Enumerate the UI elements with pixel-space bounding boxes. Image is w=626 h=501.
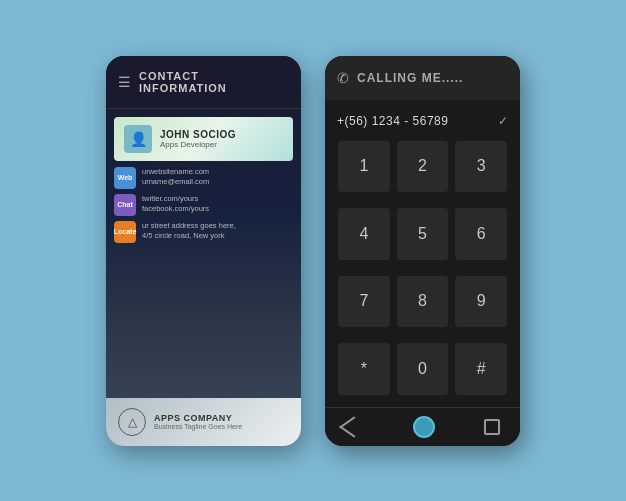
chat-info-row: Chat twitter.com/yoursfacebook.com/yours <box>114 194 293 216</box>
company-logo: △ <box>118 408 146 436</box>
chat-badge: Chat <box>114 194 136 216</box>
locate-info-row: Locate ur street address goes here,4/5 c… <box>114 221 293 243</box>
dial-8[interactable]: 8 <box>397 276 449 328</box>
company-text: APPS COMPANY Business Tagline Goes Here <box>154 413 242 430</box>
dial-9[interactable]: 9 <box>455 276 507 328</box>
contact-phone: ☰ CONTACT INFORMATION 👤 JOHN SOCIOG Apps… <box>106 56 301 446</box>
info-section: Web urwebsitename.comurname@email.com Ch… <box>106 167 301 398</box>
logo-letter: △ <box>128 415 137 429</box>
dial-hash[interactable]: # <box>455 343 507 395</box>
check-icon: ✓ <box>498 114 508 128</box>
dial-0[interactable]: 0 <box>397 343 449 395</box>
profile-job-title: Apps Developer <box>160 140 236 149</box>
dialer-header: ✆ CALLING ME..... <box>325 56 520 100</box>
dial-2[interactable]: 2 <box>397 141 449 193</box>
dial-5[interactable]: 5 <box>397 208 449 260</box>
person-icon: 👤 <box>130 131 147 147</box>
number-row: +(56) 1234 - 56789 ✓ <box>325 100 520 138</box>
phone-icon: ✆ <box>337 70 349 86</box>
dial-1[interactable]: 1 <box>338 141 390 193</box>
dialer-phone: ✆ CALLING ME..... +(56) 1234 - 56789 ✓ 1… <box>325 56 520 446</box>
back-button[interactable] <box>339 416 369 437</box>
company-name: APPS COMPANY <box>154 413 242 423</box>
recents-button[interactable] <box>484 419 500 435</box>
menu-icon: ☰ <box>118 75 131 89</box>
avatar: 👤 <box>124 125 152 153</box>
locate-info-text: ur street address goes here,4/5 circle r… <box>142 221 236 242</box>
company-tagline: Business Tagline Goes Here <box>154 423 242 430</box>
dialer-title: CALLING ME..... <box>357 71 463 85</box>
dial-7[interactable]: 7 <box>338 276 390 328</box>
dial-4[interactable]: 4 <box>338 208 390 260</box>
home-button[interactable] <box>413 416 435 438</box>
bottom-nav <box>325 407 520 446</box>
contact-header: ☰ CONTACT INFORMATION <box>106 56 301 109</box>
dial-3[interactable]: 3 <box>455 141 507 193</box>
web-badge: Web <box>114 167 136 189</box>
profile-name: JOHN SOCIOG <box>160 129 236 140</box>
dialpad: 1 2 3 4 5 6 7 8 9 * 0 # <box>325 138 520 407</box>
dial-6[interactable]: 6 <box>455 208 507 260</box>
chat-info-text: twitter.com/yoursfacebook.com/yours <box>142 194 209 215</box>
locate-badge: Locate <box>114 221 136 243</box>
main-container: ☰ CONTACT INFORMATION 👤 JOHN SOCIOG Apps… <box>106 56 520 446</box>
profile-text: JOHN SOCIOG Apps Developer <box>160 129 236 149</box>
profile-row: 👤 JOHN SOCIOG Apps Developer <box>114 117 293 161</box>
dial-star[interactable]: * <box>338 343 390 395</box>
web-info-row: Web urwebsitename.comurname@email.com <box>114 167 293 189</box>
contact-title: CONTACT INFORMATION <box>139 70 289 94</box>
company-footer: △ APPS COMPANY Business Tagline Goes Her… <box>106 398 301 446</box>
web-info-text: urwebsitename.comurname@email.com <box>142 167 209 188</box>
phone-number: +(56) 1234 - 56789 <box>337 114 448 128</box>
